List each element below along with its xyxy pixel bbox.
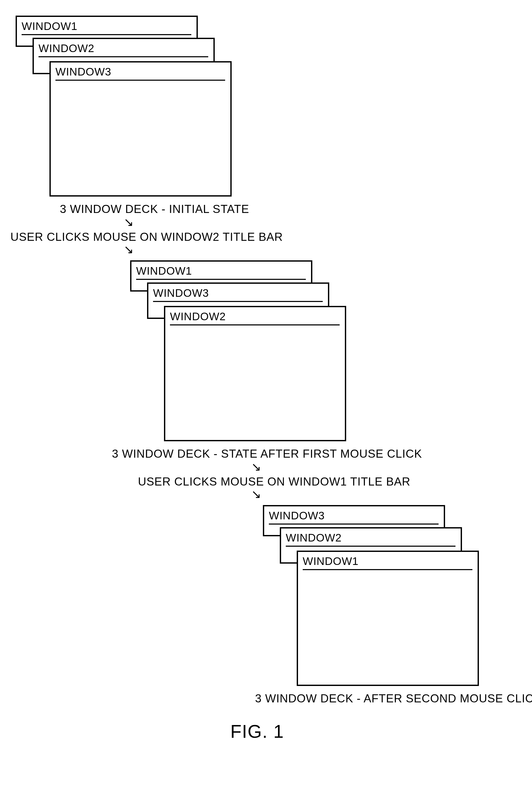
window-front: WINDOW1 bbox=[297, 551, 479, 686]
title-rule bbox=[269, 523, 439, 525]
window-front: WINDOW2 bbox=[164, 306, 346, 441]
title-rule bbox=[136, 279, 306, 280]
window-title: WINDOW1 bbox=[17, 17, 196, 34]
deck-1-caption: 3 WINDOW DECK - INITIAL STATE bbox=[60, 203, 249, 215]
arrow-icon: ↘ bbox=[124, 216, 134, 228]
transition-2: USER CLICKS MOUSE ON WINDOW1 TITLE BAR bbox=[138, 475, 411, 488]
window-title: WINDOW3 bbox=[148, 284, 328, 301]
window-title: WINDOW2 bbox=[281, 529, 461, 546]
arrow-icon: ↘ bbox=[124, 243, 134, 255]
title-rule bbox=[153, 301, 323, 302]
arrow-icon: ↘ bbox=[251, 461, 261, 473]
title-rule bbox=[55, 80, 225, 81]
window-title: WINDOW2 bbox=[165, 307, 345, 324]
window-title: WINDOW3 bbox=[264, 506, 444, 523]
window-title: WINDOW2 bbox=[34, 39, 213, 56]
window-title: WINDOW1 bbox=[131, 262, 311, 279]
deck-3-caption: 3 WINDOW DECK - AFTER SECOND MOUSE CLICK bbox=[255, 692, 532, 705]
title-rule bbox=[39, 56, 208, 57]
title-rule bbox=[22, 34, 191, 35]
title-rule bbox=[303, 569, 472, 570]
window-title: WINDOW1 bbox=[298, 552, 478, 569]
figure-label: FIG. 1 bbox=[230, 721, 284, 742]
deck-2-caption: 3 WINDOW DECK - STATE AFTER FIRST MOUSE … bbox=[112, 447, 422, 460]
arrow-icon: ↘ bbox=[251, 488, 261, 500]
transition-1: USER CLICKS MOUSE ON WINDOW2 TITLE BAR bbox=[11, 230, 283, 243]
title-rule bbox=[286, 546, 455, 547]
window-title: WINDOW3 bbox=[51, 62, 230, 80]
title-rule bbox=[170, 324, 340, 325]
window-front: WINDOW3 bbox=[50, 61, 232, 196]
